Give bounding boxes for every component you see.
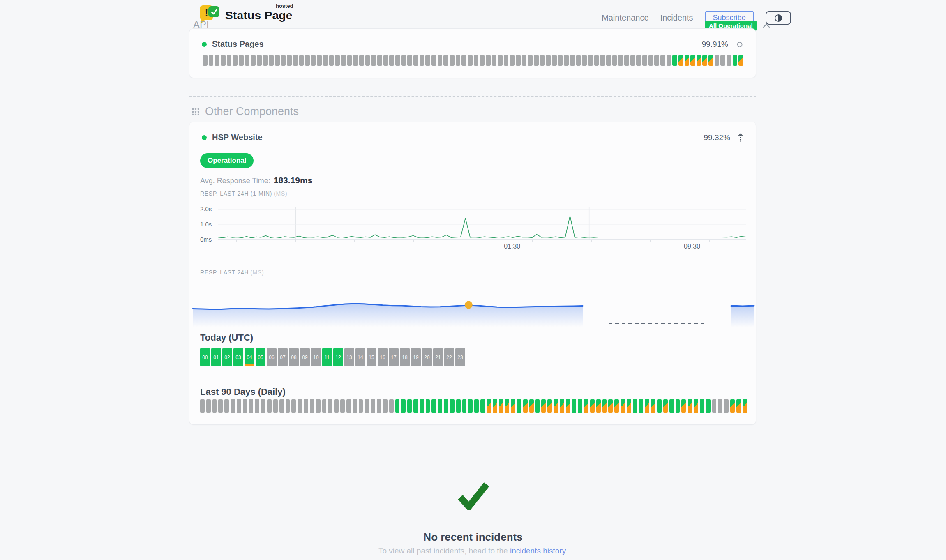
daily-uptime-bar[interactable] (431, 399, 436, 413)
uptime-bar[interactable] (498, 55, 503, 66)
uptime-bar[interactable] (395, 55, 400, 66)
uptime-bar[interactable] (654, 55, 659, 66)
daily-uptime-bar[interactable] (633, 399, 637, 413)
uptime-bar[interactable] (293, 55, 298, 66)
nav-incidents[interactable]: Incidents (660, 13, 693, 23)
uptime-bar[interactable] (425, 55, 430, 66)
daily-uptime-bar[interactable] (200, 399, 205, 413)
daily-uptime-bar[interactable] (322, 399, 327, 413)
uptime-bar[interactable] (546, 55, 551, 66)
daily-uptime-bar[interactable] (724, 399, 729, 413)
daily-uptime-bar[interactable] (535, 399, 540, 413)
uptime-bar[interactable] (287, 55, 292, 66)
uptime-bar[interactable] (630, 55, 635, 66)
daily-uptime-bar[interactable] (365, 399, 369, 413)
uptime-bar[interactable] (329, 55, 334, 66)
daily-uptime-bar[interactable] (584, 399, 588, 413)
daily-uptime-bar[interactable] (657, 399, 662, 413)
uptime-bar[interactable] (738, 55, 743, 66)
uptime-bar[interactable] (341, 55, 346, 66)
uptime-bar[interactable] (239, 55, 244, 66)
daily-uptime-bar[interactable] (706, 399, 711, 413)
hour-box-16[interactable]: 16 (378, 348, 388, 366)
daily-uptime-bar[interactable] (334, 399, 339, 413)
uptime-bar[interactable] (678, 55, 683, 66)
daily-uptime-bar[interactable] (590, 399, 595, 413)
daily-uptime-bar[interactable] (456, 399, 461, 413)
daily-uptime-bar[interactable] (383, 399, 388, 413)
uptime-bar[interactable] (257, 55, 262, 66)
uptime-bar[interactable] (281, 55, 286, 66)
response-time-minute-chart[interactable]: 2.0s1.0s0ms01:3009:30 (199, 203, 747, 253)
daily-uptime-bar[interactable] (511, 399, 515, 413)
hour-box-01[interactable]: 01 (211, 348, 221, 366)
daily-uptime-bar[interactable] (224, 399, 229, 413)
daily-uptime-bar[interactable] (547, 399, 552, 413)
daily-uptime-bar[interactable] (505, 399, 509, 413)
uptime-bar[interactable] (733, 55, 738, 66)
hour-box-14[interactable]: 14 (355, 348, 365, 366)
uptime-bar[interactable] (612, 55, 617, 66)
daily-uptime-bar[interactable] (346, 399, 351, 413)
daily-uptime-bar[interactable] (340, 399, 345, 413)
uptime-bar[interactable] (371, 55, 376, 66)
daily-uptime-bar[interactable] (517, 399, 521, 413)
daily-uptime-bar[interactable] (316, 399, 321, 413)
daily-uptime-bar[interactable] (304, 399, 308, 413)
hour-box-11[interactable]: 11 (322, 348, 332, 366)
uptime-bar[interactable] (618, 55, 623, 66)
uptime-bar[interactable] (480, 55, 485, 66)
daily-uptime-bar[interactable] (298, 399, 302, 413)
daily-uptime-bar[interactable] (389, 399, 394, 413)
uptime-bar[interactable] (552, 55, 557, 66)
daily-uptime-bar[interactable] (651, 399, 655, 413)
daily-uptime-bar[interactable] (560, 399, 564, 413)
uptime-bar[interactable] (504, 55, 509, 66)
daily-uptime-bar[interactable] (328, 399, 332, 413)
daily-uptime-bar[interactable] (736, 399, 741, 413)
daily-uptime-bar[interactable] (261, 399, 265, 413)
refresh-icon[interactable] (736, 41, 743, 48)
uptime-bar[interactable] (564, 55, 569, 66)
daily-uptime-bar[interactable] (499, 399, 503, 413)
daily-uptime-bar[interactable] (700, 399, 704, 413)
daily-uptime-bar[interactable] (249, 399, 254, 413)
hour-box-23[interactable]: 23 (455, 348, 465, 366)
daily-uptime-bar[interactable] (669, 399, 674, 413)
daily-uptime-bar[interactable] (639, 399, 644, 413)
uptime-bar[interactable] (269, 55, 274, 66)
hour-box-21[interactable]: 21 (433, 348, 443, 366)
daily-uptime-bar[interactable] (596, 399, 601, 413)
uptime-bar[interactable] (233, 55, 238, 66)
uptime-bar[interactable] (672, 55, 677, 66)
uptime-bar[interactable] (263, 55, 268, 66)
expand-icon[interactable] (738, 133, 743, 142)
chevron-up-icon[interactable] (763, 23, 770, 28)
uptime-bar[interactable] (407, 55, 412, 66)
uptime-bar[interactable] (383, 55, 388, 66)
uptime-bar[interactable] (275, 55, 280, 66)
uptime-bar[interactable] (305, 55, 310, 66)
hour-box-22[interactable]: 22 (444, 348, 454, 366)
response-time-daily-chart[interactable] (192, 288, 755, 330)
uptime-bar[interactable] (323, 55, 328, 66)
uptime-bar[interactable] (203, 55, 208, 66)
uptime-bar[interactable] (660, 55, 665, 66)
uptime-bar[interactable] (450, 55, 455, 66)
daily-uptime-bar[interactable] (676, 399, 680, 413)
daily-uptime-bar[interactable] (541, 399, 546, 413)
uptime-bar[interactable] (431, 55, 436, 66)
uptime-bar[interactable] (420, 55, 425, 66)
uptime-bar[interactable] (486, 55, 491, 66)
uptime-bar[interactable] (474, 55, 479, 66)
uptime-bar[interactable] (359, 55, 364, 66)
uptime-bar[interactable] (347, 55, 352, 66)
hour-box-05[interactable]: 05 (256, 348, 265, 366)
hour-box-13[interactable]: 13 (344, 348, 354, 366)
hour-box-19[interactable]: 19 (411, 348, 421, 366)
hour-box-07[interactable]: 07 (278, 348, 288, 366)
uptime-bar[interactable] (570, 55, 575, 66)
uptime-bar[interactable] (221, 55, 226, 66)
uptime-bar[interactable] (588, 55, 593, 66)
uptime-bar[interactable] (215, 55, 219, 66)
